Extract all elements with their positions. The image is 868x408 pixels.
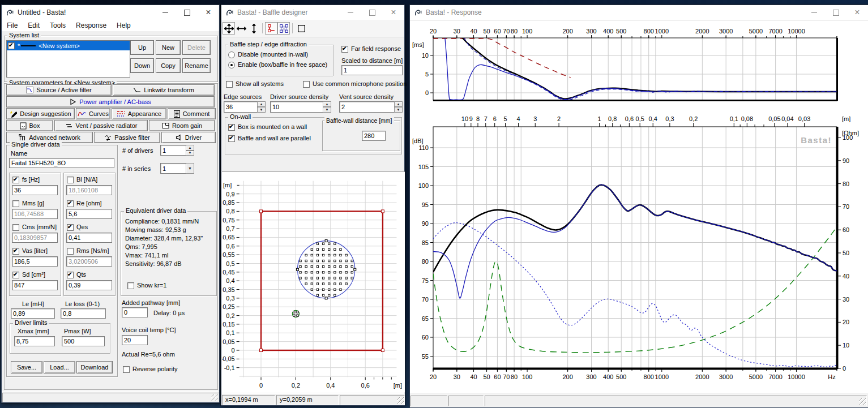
spin-down-icon[interactable]: ▼ bbox=[186, 151, 194, 156]
tab-design-suggestion[interactable]: Design suggestion bbox=[6, 108, 75, 119]
spin-arrows[interactable]: ▲▼ bbox=[257, 101, 266, 113]
tab-box[interactable]: Box bbox=[6, 120, 53, 131]
tool-axis-icon[interactable] bbox=[265, 22, 277, 35]
download-button[interactable]: Download bbox=[76, 361, 113, 373]
diffraction-disable-radio[interactable] bbox=[228, 51, 235, 58]
xmax-field[interactable]: 8,75 bbox=[14, 336, 55, 346]
param-qes-checkbox[interactable] bbox=[67, 224, 74, 231]
tab-source-active-filter[interactable]: Source / Active filter bbox=[6, 84, 112, 96]
param-fs-field[interactable]: 36 bbox=[12, 185, 58, 195]
show-all-systems-checkbox[interactable] bbox=[226, 81, 233, 88]
tab-room-gain[interactable]: Room gain bbox=[149, 120, 215, 131]
resize-grip[interactable] bbox=[397, 397, 404, 404]
spin-arrows[interactable]: ▲▼ bbox=[394, 101, 403, 113]
spin-arrows[interactable]: ▲▼ bbox=[186, 145, 194, 156]
new-button[interactable]: New bbox=[156, 40, 181, 55]
show-kr-checkbox[interactable] bbox=[127, 282, 134, 289]
maximize-button[interactable] bbox=[176, 5, 198, 20]
tab-comment[interactable]: Comment bbox=[168, 108, 216, 119]
le-field[interactable]: 0,89 bbox=[11, 308, 55, 319]
menu-edit[interactable]: Edit bbox=[23, 20, 45, 31]
spin-down-icon[interactable]: ▼ bbox=[257, 107, 266, 113]
spin-up-icon[interactable]: ▲ bbox=[394, 101, 403, 107]
param-cms-checkbox[interactable] bbox=[12, 224, 19, 231]
tool-move-icon[interactable] bbox=[223, 22, 235, 35]
reverse-polarity-checkbox[interactable] bbox=[123, 366, 130, 373]
added-pathway-field[interactable]: 0 bbox=[122, 307, 148, 317]
tool-sources-icon[interactable] bbox=[277, 22, 290, 35]
maximize-button[interactable] bbox=[825, 5, 846, 20]
close-button[interactable]: × bbox=[383, 5, 404, 20]
param-mms-checkbox[interactable] bbox=[12, 200, 19, 207]
minimize-button[interactable] bbox=[803, 5, 825, 20]
spin-value[interactable]: 36 bbox=[224, 101, 257, 113]
param-sd-field[interactable]: 847 bbox=[12, 280, 58, 290]
spin-value[interactable]: 10 bbox=[270, 101, 323, 113]
param-vas-field[interactable]: 186,5 bbox=[12, 256, 58, 267]
param-cms-field[interactable]: 0,18309857 bbox=[12, 233, 58, 243]
tab-curves[interactable]: Curves bbox=[76, 108, 110, 119]
down-button[interactable]: Down bbox=[130, 58, 154, 73]
param-vas-checkbox[interactable] bbox=[12, 248, 19, 255]
spin-down-icon[interactable]: ▼ bbox=[323, 107, 331, 113]
resize-grip[interactable] bbox=[859, 398, 866, 405]
param-bl-checkbox[interactable] bbox=[67, 177, 74, 183]
param-fs-checkbox[interactable] bbox=[12, 177, 19, 183]
menu-tools[interactable]: Tools bbox=[45, 20, 71, 31]
param-re-checkbox[interactable] bbox=[67, 200, 74, 207]
tab-power-amplifier-ac-bass[interactable]: Power amplifier / AC-bass bbox=[6, 96, 215, 108]
leloss-field[interactable]: 0,8 bbox=[61, 308, 106, 319]
spin-value[interactable]: 2 bbox=[339, 101, 394, 113]
up-button[interactable]: Up bbox=[130, 40, 154, 55]
scaled-distance-field[interactable]: 1 bbox=[341, 65, 403, 75]
spin-value[interactable]: 1 bbox=[160, 145, 186, 156]
spin-down-icon[interactable]: ▼ bbox=[394, 107, 403, 113]
pmax-field[interactable]: 500 bbox=[62, 336, 105, 346]
tool-v-resize-icon[interactable] bbox=[247, 22, 260, 35]
param-qts-checkbox[interactable] bbox=[67, 272, 74, 278]
in-series-dropdown[interactable]: 1▼ bbox=[160, 163, 194, 174]
spin-up-icon[interactable]: ▲ bbox=[186, 145, 194, 151]
minimize-button[interactable] bbox=[340, 5, 361, 20]
vc-temp-field[interactable]: 20 bbox=[122, 335, 148, 345]
tab-vent-passive-radiator[interactable]: Vent / passive radiator bbox=[54, 120, 148, 131]
save-button[interactable]: Save... bbox=[11, 361, 42, 373]
param-rms-field[interactable]: 3,0200506 bbox=[66, 256, 112, 267]
tab-driver[interactable]: Driver bbox=[161, 132, 216, 143]
param-re-field[interactable]: 5,6 bbox=[66, 209, 112, 219]
system-listbox[interactable]: *<New system> bbox=[6, 40, 130, 78]
spin-arrows[interactable]: ▲▼ bbox=[323, 101, 331, 113]
tab-passive-filter[interactable]: Passive filter bbox=[94, 132, 160, 143]
param-mms-field[interactable]: 106,74568 bbox=[12, 209, 58, 219]
maximize-button[interactable] bbox=[361, 5, 383, 20]
minimize-button[interactable] bbox=[155, 5, 176, 20]
system-list-item[interactable]: *<New system> bbox=[7, 41, 130, 50]
param-bl-field[interactable]: 18,160108 bbox=[66, 185, 112, 195]
resize-grip[interactable] bbox=[211, 394, 218, 401]
rename-button[interactable]: Rename bbox=[182, 58, 211, 73]
system-item-checkbox[interactable] bbox=[8, 42, 15, 49]
num-drivers-spinner[interactable]: 1▲▼ bbox=[160, 145, 194, 156]
vent-source-density-spinner[interactable]: 2▲▼ bbox=[339, 101, 403, 113]
diffraction-enable-radio[interactable] bbox=[228, 62, 235, 68]
param-qes-field[interactable]: 0,41 bbox=[66, 233, 112, 243]
spin-up-icon[interactable]: ▲ bbox=[257, 101, 266, 107]
dropdown-arrow[interactable]: ▼ bbox=[186, 163, 194, 174]
chevron-down-icon[interactable]: ▼ bbox=[186, 163, 194, 174]
box-on-wall-checkbox[interactable] bbox=[228, 124, 235, 131]
driver-source-density-spinner[interactable]: 10▲▼ bbox=[270, 101, 331, 113]
close-button[interactable]: × bbox=[198, 5, 219, 20]
spin-up-icon[interactable]: ▲ bbox=[323, 101, 331, 107]
tab-linkwitz-transform[interactable]: Linkwitz transform bbox=[113, 84, 215, 96]
spin-value[interactable]: 1 bbox=[160, 163, 186, 174]
wall-distance-field[interactable]: 280 bbox=[362, 131, 386, 141]
load-button[interactable]: Load... bbox=[44, 361, 75, 373]
driver-name-field[interactable]: Faital 15FH520_8O bbox=[9, 158, 114, 168]
common-mic-checkbox[interactable] bbox=[303, 81, 310, 88]
tool-rect-icon[interactable] bbox=[295, 22, 307, 35]
param-sd-checkbox[interactable] bbox=[12, 272, 19, 278]
baffle-plot[interactable]: -0,1-0,0500,050,10,150,20,250,30,350,40,… bbox=[222, 171, 405, 392]
tool-h-resize-icon[interactable] bbox=[235, 22, 247, 35]
menu-help[interactable]: Help bbox=[112, 20, 136, 31]
tab-appearance[interactable]: Appearance bbox=[112, 108, 166, 119]
